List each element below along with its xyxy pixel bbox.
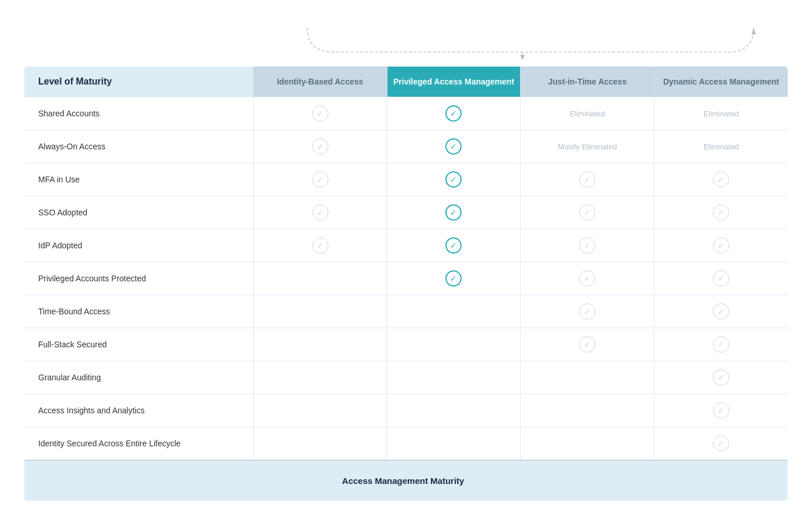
- cell-value: ✓: [521, 262, 654, 295]
- cell-value: [253, 328, 387, 361]
- check-icon: ✓: [579, 336, 595, 353]
- header-row: Level of Maturity Identity-Based Access …: [24, 66, 788, 97]
- feature-label: Shared Accounts: [24, 97, 254, 130]
- feature-label: Always-On Access: [24, 130, 254, 163]
- cell-value: ✓: [521, 295, 654, 328]
- check-icon: ✓: [713, 435, 729, 452]
- cell-value: Eliminated: [654, 130, 788, 163]
- table-row: SSO Adopted✓✓✓✓: [24, 196, 788, 229]
- check-icon-teal: ✓: [445, 105, 462, 122]
- check-icon: ✓: [713, 270, 729, 287]
- col-header-identity: Identity-Based Access: [253, 66, 387, 97]
- progression-arrow: [273, 23, 788, 60]
- check-icon: ✓: [713, 402, 729, 419]
- table-row: Time-Bound Access✓✓: [24, 295, 788, 328]
- cell-value: ✓: [654, 361, 788, 394]
- cell-value: [387, 328, 521, 361]
- table-row: Shared Accounts✓✓EliminatedEliminated: [24, 97, 788, 130]
- col-header-jit: Just-in-Time Access: [521, 66, 654, 97]
- cell-value: [387, 394, 521, 427]
- col-header-pam: Privileged Access Management: [387, 66, 521, 97]
- cell-value: ✓: [654, 394, 788, 427]
- cell-value: ✓: [654, 229, 788, 262]
- cell-value: ✓: [387, 196, 521, 229]
- cell-value: ✓: [387, 229, 521, 262]
- feature-label: Access Insights and Analytics: [24, 394, 254, 427]
- check-icon-teal: ✓: [445, 270, 462, 287]
- cell-value: Eliminated: [654, 97, 788, 130]
- table-row: Privileged Accounts Protected✓✓✓: [24, 262, 788, 295]
- cell-value: ✓: [654, 196, 788, 229]
- check-icon: ✓: [312, 237, 328, 254]
- footer-row: Access Management Maturity: [24, 460, 788, 501]
- cell-value: [521, 361, 654, 394]
- cell-value: ✓: [521, 229, 654, 262]
- cell-value: ✓: [654, 163, 788, 196]
- cell-value: ✓: [521, 196, 654, 229]
- check-icon-teal: ✓: [445, 138, 462, 155]
- cell-value: ✓: [654, 262, 788, 295]
- feature-label: SSO Adopted: [24, 196, 254, 229]
- feature-label: MFA in Use: [24, 163, 254, 196]
- cell-value: ✓: [253, 130, 387, 163]
- maturity-table: Level of Maturity Identity-Based Access …: [24, 66, 788, 502]
- svg-marker-0: [752, 28, 756, 34]
- cell-value: ✓: [387, 163, 521, 196]
- cell-value: [253, 427, 387, 461]
- page-container: Level of Maturity Identity-Based Access …: [24, 20, 788, 502]
- cell-value: Mostly Eliminated: [521, 130, 654, 163]
- cell-value: ✓: [253, 196, 387, 229]
- feature-label: Time-Bound Access: [24, 295, 254, 328]
- cell-value: [387, 295, 521, 328]
- check-icon-teal: ✓: [445, 204, 462, 221]
- check-icon: ✓: [713, 204, 729, 221]
- feature-label: IdP Adopted: [24, 229, 254, 262]
- cell-value: [253, 394, 387, 427]
- table-row: Identity Secured Across Entire Lifecycle…: [24, 427, 788, 461]
- check-icon: ✓: [312, 171, 328, 188]
- eliminated-label: Mostly Eliminated: [558, 142, 617, 151]
- check-icon: ✓: [713, 237, 729, 254]
- cell-value: ✓: [387, 262, 521, 295]
- arrow-bracket-container: [24, 20, 788, 66]
- cell-value: [521, 427, 654, 461]
- table-row: MFA in Use✓✓✓✓: [24, 163, 788, 196]
- check-icon-teal: ✓: [445, 171, 462, 188]
- check-icon: ✓: [312, 204, 328, 221]
- col-header-level: Level of Maturity: [24, 66, 254, 97]
- feature-label: Full-Stack Secured: [24, 328, 254, 361]
- feature-label: Granular Auditing: [24, 361, 254, 394]
- check-icon: ✓: [312, 105, 328, 122]
- footer-label: Access Management Maturity: [342, 476, 464, 486]
- table-row: IdP Adopted✓✓✓✓: [24, 229, 788, 262]
- cell-value: [521, 394, 654, 427]
- cell-value: ✓: [387, 130, 521, 163]
- cell-value: ✓: [654, 427, 788, 461]
- cell-value: [253, 262, 387, 295]
- table-row: Always-On Access✓✓Mostly EliminatedElimi…: [24, 130, 788, 163]
- check-icon: ✓: [713, 336, 729, 353]
- cell-value: ✓: [654, 328, 788, 361]
- cell-value: Eliminated: [521, 97, 654, 130]
- eliminated-label: Eliminated: [704, 109, 739, 118]
- col-header-dynamic: Dynamic Access Management: [654, 66, 788, 97]
- svg-marker-2: [520, 54, 524, 60]
- check-icon: ✓: [312, 138, 328, 155]
- check-icon: ✓: [579, 204, 595, 221]
- cell-value: ✓: [253, 229, 387, 262]
- check-icon: ✓: [579, 270, 595, 287]
- table-row: Access Insights and Analytics✓: [24, 394, 788, 427]
- cell-value: ✓: [521, 163, 654, 196]
- feature-label: Identity Secured Across Entire Lifecycle: [24, 427, 254, 461]
- table-row: Full-Stack Secured✓✓: [24, 328, 788, 361]
- eliminated-label: Eliminated: [704, 142, 739, 151]
- cell-value: ✓: [253, 97, 387, 130]
- cell-value: [253, 295, 387, 328]
- eliminated-label: Eliminated: [570, 109, 605, 118]
- cell-value: [387, 427, 521, 461]
- check-icon: ✓: [579, 237, 595, 254]
- cell-value: ✓: [253, 163, 387, 196]
- cell-value: ✓: [521, 328, 654, 361]
- table-row: Granular Auditing✓: [24, 361, 788, 394]
- check-icon: ✓: [579, 303, 595, 320]
